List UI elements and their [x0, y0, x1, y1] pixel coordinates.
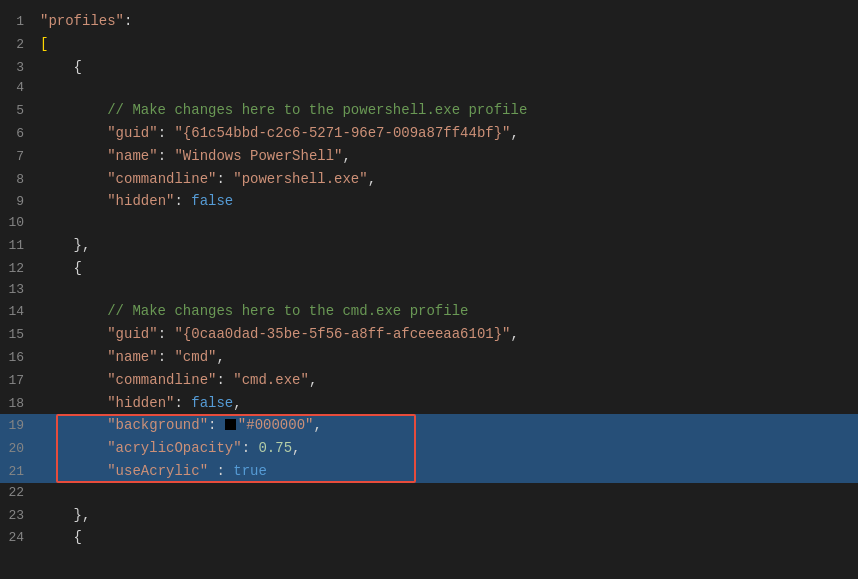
line-13: 13	[0, 280, 858, 301]
token-comment: // Make changes here to the cmd.exe prof…	[40, 303, 468, 319]
line-6: 6 "guid": "{61c54bbd-c2c6-5271-96e7-009a…	[0, 122, 858, 145]
line-content: },	[40, 234, 858, 256]
line-3: 3 {	[0, 56, 858, 79]
line-content: // Make changes here to the powershell.e…	[40, 99, 858, 121]
line-23: 23 },	[0, 504, 858, 527]
line-content: "guid": "{0caa0dad-35be-5f56-a8ff-afceee…	[40, 323, 858, 345]
token-punct	[40, 440, 107, 456]
token-key: "profiles"	[40, 13, 124, 29]
token-punct: {	[40, 59, 82, 75]
token-punct: ,	[368, 171, 376, 187]
line-4: 4	[0, 78, 858, 99]
token-punct: :	[208, 463, 233, 479]
token-bracket: [	[40, 36, 48, 52]
line-number: 4	[0, 78, 40, 99]
token-punct	[40, 326, 107, 342]
token-punct: :	[158, 326, 175, 342]
line-number: 1	[0, 12, 40, 33]
line-18: 18 "hidden": false,	[0, 392, 858, 415]
token-punct	[40, 417, 107, 433]
line-content: // Make changes here to the cmd.exe prof…	[40, 300, 858, 322]
line-20: 20 "acrylicOpacity": 0.75,	[0, 437, 858, 460]
line-number: 16	[0, 348, 40, 369]
line-1: 1"profiles":	[0, 10, 858, 33]
line-number: 23	[0, 506, 40, 527]
token-key: "guid"	[107, 125, 157, 141]
line-number: 10	[0, 213, 40, 234]
line-number: 15	[0, 325, 40, 346]
line-number: 7	[0, 147, 40, 168]
color-swatch-icon	[225, 419, 236, 430]
line-2: 2[	[0, 33, 858, 56]
token-bool-false: false	[191, 395, 233, 411]
token-punct: ,	[309, 372, 317, 388]
line-number: 22	[0, 483, 40, 504]
token-key: "useAcrylic"	[107, 463, 208, 479]
token-punct: :	[216, 372, 233, 388]
token-punct: :	[158, 148, 175, 164]
token-string-val: "cmd.exe"	[233, 372, 309, 388]
token-key: "guid"	[107, 326, 157, 342]
line-11: 11 },	[0, 234, 858, 257]
token-string-val: "Windows PowerShell"	[174, 148, 342, 164]
token-punct: :	[124, 13, 132, 29]
line-8: 8 "commandline": "powershell.exe",	[0, 168, 858, 191]
token-punct: ,	[342, 148, 350, 164]
token-key: "name"	[107, 148, 157, 164]
line-number: 24	[0, 528, 40, 549]
line-content: "hidden": false	[40, 190, 858, 212]
line-24: 24 {	[0, 526, 858, 549]
line-content: "name": "cmd",	[40, 346, 858, 368]
line-number: 13	[0, 280, 40, 301]
line-number: 19	[0, 416, 40, 437]
token-bool-false: false	[191, 193, 233, 209]
token-key: "commandline"	[107, 372, 216, 388]
line-content: "profiles":	[40, 10, 858, 32]
token-punct	[40, 349, 107, 365]
line-7: 7 "name": "Windows PowerShell",	[0, 145, 858, 168]
line-number: 14	[0, 302, 40, 323]
line-content: {	[40, 257, 858, 279]
line-10: 10	[0, 213, 858, 234]
line-content: "name": "Windows PowerShell",	[40, 145, 858, 167]
line-number: 3	[0, 58, 40, 79]
token-punct: {	[40, 529, 82, 545]
token-key: "commandline"	[107, 171, 216, 187]
token-punct: :	[208, 417, 225, 433]
token-punct	[40, 395, 107, 411]
line-22: 22	[0, 483, 858, 504]
token-punct	[40, 372, 107, 388]
token-punct	[40, 171, 107, 187]
token-punct: ,	[216, 349, 224, 365]
token-key: "name"	[107, 349, 157, 365]
line-content: "acrylicOpacity": 0.75,	[40, 437, 858, 459]
token-punct	[40, 193, 107, 209]
line-number: 9	[0, 192, 40, 213]
token-punct: :	[242, 440, 259, 456]
line-number: 17	[0, 371, 40, 392]
line-5: 5 // Make changes here to the powershell…	[0, 99, 858, 122]
token-punct: {	[40, 260, 82, 276]
token-punct	[40, 125, 107, 141]
line-content: "background": "#000000",	[40, 414, 858, 436]
token-number: 0.75	[258, 440, 292, 456]
line-content: "commandline": "powershell.exe",	[40, 168, 858, 190]
line-16: 16 "name": "cmd",	[0, 346, 858, 369]
line-content: "useAcrylic" : true	[40, 460, 858, 482]
line-21: 21 "useAcrylic" : true	[0, 460, 858, 483]
line-9: 9 "hidden": false	[0, 190, 858, 213]
token-punct: :	[158, 349, 175, 365]
token-punct	[40, 148, 107, 164]
line-number: 5	[0, 101, 40, 122]
token-punct: :	[158, 125, 175, 141]
line-content: "hidden": false,	[40, 392, 858, 414]
token-punct: },	[40, 507, 90, 523]
token-key: "background"	[107, 417, 208, 433]
line-number: 21	[0, 462, 40, 483]
line-content: "guid": "{61c54bbd-c2c6-5271-96e7-009a87…	[40, 122, 858, 144]
line-content: {	[40, 526, 858, 548]
line-number: 18	[0, 394, 40, 415]
line-19: 19 "background": "#000000",	[0, 414, 858, 437]
token-string-val: "{0caa0dad-35be-5f56-a8ff-afceeeaa6101}"	[174, 326, 510, 342]
token-punct: ,	[511, 326, 519, 342]
